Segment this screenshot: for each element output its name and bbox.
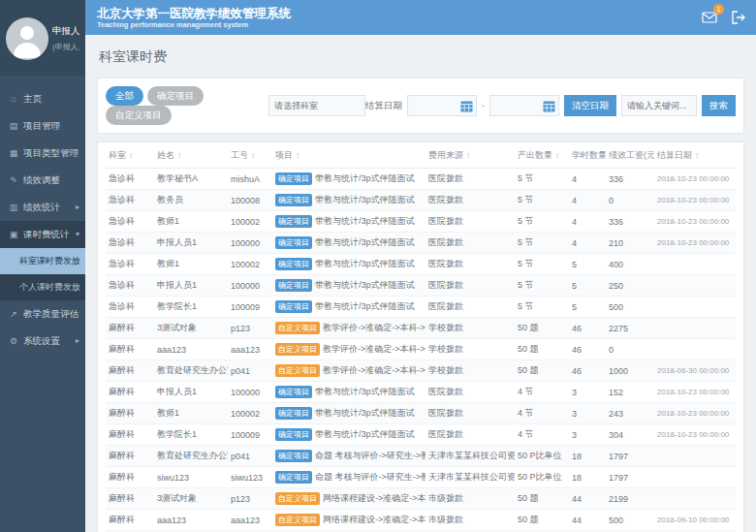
sidebar-item-grid[interactable]: ▦项目类型管理: [0, 140, 85, 167]
cell-settle-date: 2018-10-23 00:00:00: [654, 382, 736, 403]
cell-settle-date: 2018-10-23 00:00:00: [654, 190, 736, 211]
cell-project: 确定项目带教与统计/3p式伴随面试: [272, 297, 425, 318]
project-type-badge: 确定项目: [275, 386, 312, 398]
sort-icon[interactable]: ↕: [555, 151, 559, 160]
cell-salary: 210: [606, 233, 654, 254]
column-header[interactable]: 费用来源↕: [425, 142, 515, 169]
sort-icon[interactable]: ↕: [296, 151, 299, 160]
cell-fund-source: 天津市某某科技公司资助项目: [425, 446, 515, 467]
sidebar-item-book[interactable]: ▣课时费统计▾: [0, 221, 85, 248]
column-header-label: 姓名: [157, 150, 174, 160]
table-row: 急诊科教学院长1100009确定项目带教与统计/3p式伴随面试医院拨款5 节55…: [106, 297, 736, 318]
sidebar-item-chart[interactable]: ▥绩效统计▸: [0, 194, 85, 221]
cell-name: 申报人员1: [154, 382, 228, 403]
cell-hours: 4: [569, 190, 606, 211]
date-from-input[interactable]: [407, 95, 477, 116]
cell-fund-source: 医院拨款: [425, 190, 515, 211]
sidebar-item-trend[interactable]: ↗教学质量评估: [0, 300, 85, 328]
cell-settle-date: 2018-06-30 00:00:00: [654, 360, 736, 382]
cell-output-qty: 50 P比单位: [515, 467, 569, 488]
cell-department: 麻醉科: [106, 424, 154, 446]
filter-pill[interactable]: 确定项目: [147, 86, 204, 106]
cell-settle-date: [654, 254, 736, 275]
column-header[interactable]: 结算日期↕: [654, 142, 736, 169]
cell-fund-source: 医院拨款: [425, 297, 515, 318]
column-header[interactable]: 科室↕: [106, 142, 154, 169]
user-role-dropdown[interactable]: (申报人员) ▾: [52, 42, 79, 52]
project-name: 网络课程建设->准确定->本科->学员: [323, 515, 425, 524]
table-row: 麻醉科申报人员1100000确定项目带教与统计/3p式伴随面试医院拨款4 节31…: [106, 382, 736, 403]
clear-date-button[interactable]: 清空日期: [564, 95, 616, 116]
sort-icon[interactable]: ↕: [177, 151, 181, 160]
sidebar-item-gear[interactable]: ⚙系统设置▸: [0, 328, 85, 355]
cell-hours: 5: [569, 254, 606, 275]
table-row: 急诊科教师1100002确定项目带教与统计/3p式伴随面试医院拨款5 节4336…: [106, 211, 736, 233]
cell-department: 麻醉科: [106, 382, 154, 403]
date-to-input[interactable]: [489, 95, 559, 116]
project-name: 带教与统计/3p式伴随面试: [315, 429, 415, 439]
column-header[interactable]: 姓名↕: [154, 142, 228, 169]
cell-fund-source: 学校拨款: [425, 318, 515, 339]
cell-hours: 3: [569, 403, 606, 424]
filter-pill[interactable]: 全部: [106, 86, 143, 106]
trend-icon: ↗: [8, 300, 19, 328]
sidebar-item-file[interactable]: ▤项目管理: [0, 112, 85, 140]
table-row: 急诊科教师1100002确定项目带教与统计/3p式伴随面试医院拨款5 节5400: [106, 254, 736, 275]
cell-project: 确定项目带教与统计/3p式伴随面试: [272, 403, 425, 424]
table-row: 麻醉科3测试对象p123自定义项目网络课程建设->准确定->本科->学员市级拨款…: [106, 488, 736, 510]
sidebar: 申报人员1 (申报人员) ▾ ⌂主页▤项目管理▦项目类型管理✎绩效调整▥绩效统计…: [0, 0, 85, 532]
project-type-badge: 自定义项目: [275, 364, 320, 377]
sidebar-item-home[interactable]: ⌂主页: [0, 85, 85, 112]
sidebar-item-edit[interactable]: ✎绩效调整: [0, 167, 85, 194]
sidebar-item-label: 主页: [23, 93, 42, 104]
keyword-input[interactable]: [621, 95, 697, 116]
cell-employee-id: 100009: [228, 424, 272, 446]
cell-hours: 4: [569, 233, 606, 254]
cell-employee-id: 100008: [228, 190, 272, 211]
column-header[interactable]: 产出数量↕: [515, 142, 569, 169]
column-header[interactable]: 项目↕: [272, 142, 425, 169]
cell-project: 确定项目命题 考核与评价->研究生->教室->指导: [272, 467, 425, 488]
cell-project: 确定项目带教与统计/3p式伴随面试: [272, 382, 425, 403]
search-button[interactable]: 搜索: [702, 95, 736, 116]
filter-bar: 全部确定项目自定义项目 结算日期 - 清空日期 搜索: [97, 78, 744, 134]
project-type-badge: 自定义项目: [275, 492, 320, 505]
sort-icon[interactable]: ↕: [129, 151, 133, 160]
sort-icon[interactable]: ↕: [251, 151, 255, 160]
filter-pill[interactable]: 自定义项目: [106, 106, 172, 125]
cell-hours: 3: [569, 382, 606, 403]
column-header[interactable]: 学时数量↕: [569, 142, 606, 169]
cell-salary: 336: [606, 211, 654, 233]
mail-icon[interactable]: 1: [702, 10, 717, 25]
cell-output-qty: 50 题: [515, 488, 569, 510]
cell-hours: 5: [569, 297, 606, 318]
cell-name: 申报人员1: [154, 275, 228, 297]
cell-hours: 4: [569, 211, 606, 233]
cell-name: 3测试对象: [154, 488, 228, 510]
cell-employee-id: 100002: [228, 211, 272, 233]
cell-project: 自定义项目网络课程建设->准确定->本科->学员: [272, 488, 425, 510]
project-name: 命题 考核与评价->研究生->教室->指导: [315, 472, 425, 482]
cell-salary: 2199: [606, 488, 654, 510]
cell-output-qty: 50 P比单位: [515, 446, 569, 467]
project-type-badge: 确定项目: [275, 172, 312, 185]
project-name: 带教与统计/3p式伴随面试: [315, 259, 415, 268]
column-header[interactable]: 工号↕: [228, 142, 272, 169]
column-header-label: 结算日期: [657, 150, 692, 160]
cell-name: 教学院长1: [154, 297, 228, 318]
table-row: 麻醉科教学院长1100009确定项目带教与统计/3p式伴随面试医院拨款4 节33…: [106, 424, 736, 446]
department-select-input[interactable]: [268, 95, 365, 116]
column-header[interactable]: 绩效工资(元)↕: [606, 142, 654, 169]
project-name: 带教与统计/3p式伴随面试: [315, 408, 415, 418]
sidebar-item-label: 系统设置: [23, 335, 60, 346]
sort-icon[interactable]: ↕: [466, 151, 470, 160]
column-header-label: 学时数量: [572, 150, 606, 160]
sidebar-item-label: 项目类型管理: [23, 147, 79, 158]
cell-salary: 400: [606, 254, 654, 275]
sidebar-subitem[interactable]: 科室课时费发放: [0, 248, 85, 274]
table-header-row: 科室↕姓名↕工号↕项目↕费用来源↕产出数量↕学时数量↕绩效工资(元)↕结算日期↕: [106, 142, 736, 169]
sidebar-subitem[interactable]: 个人课时费发放: [0, 274, 85, 300]
sort-icon[interactable]: ↕: [695, 151, 699, 160]
logout-icon[interactable]: [731, 10, 746, 25]
cell-department: 麻醉科: [106, 360, 154, 382]
